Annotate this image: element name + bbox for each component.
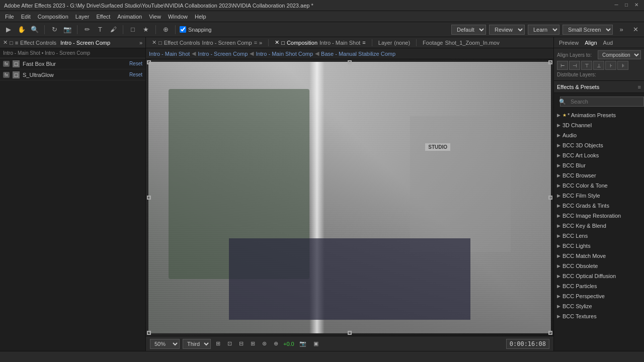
handle-top-mid[interactable] <box>348 60 352 64</box>
effect-category-audio[interactable]: ▶Audio <box>554 130 644 140</box>
toggle-render-icon[interactable]: ⊛ <box>260 339 269 348</box>
effect-category-bcc-lens[interactable]: ▶BCC Lens <box>554 231 644 241</box>
handle-mid-right[interactable] <box>548 196 552 200</box>
effect-reset-ultraglow[interactable]: Reset <box>129 72 142 77</box>
breadcrumb-item-4[interactable]: Base - Manual Stabilize Comp <box>321 51 395 57</box>
toolbar-separator-5 <box>175 25 176 34</box>
menu-composition[interactable]: Composition <box>35 13 71 21</box>
effect-reset-fastboxblur[interactable]: Reset <box>129 61 142 66</box>
toolbar-view-controls: Default Review Learn Small Screen » ✕ <box>451 24 641 35</box>
panel-tab-composition[interactable]: ✕ □ Composition Intro - Main Shot = <box>271 38 370 47</box>
effect-category-bcc-stylize[interactable]: ▶BCC Stylize <box>554 301 644 311</box>
effect-controls-breadcrumb: Intro - Main Shot • Intro - Screen Comp <box>0 48 145 58</box>
align-to-select[interactable]: Composition Selection Key <box>598 50 641 59</box>
effect-category-bcc-color-&-tone[interactable]: ▶BCC Color & Tone <box>554 180 644 191</box>
handle-top-right[interactable] <box>548 60 552 64</box>
color-picker-icon[interactable]: ⊕ <box>272 339 280 348</box>
tool-rotate[interactable]: ↻ <box>49 24 60 35</box>
snapshot-icon[interactable]: 📷 <box>297 339 308 348</box>
workspace-expand-button[interactable]: » <box>616 24 627 35</box>
effect-category-bcc-perspective[interactable]: ▶BCC Perspective <box>554 291 644 301</box>
align-center-v-button[interactable]: ⊦ <box>605 61 616 70</box>
maximize-button[interactable]: □ <box>623 2 630 9</box>
breadcrumb-arrow-3: ◀ <box>315 50 319 57</box>
timecode-display[interactable]: 0:00:16:08 <box>506 339 549 349</box>
view-default-select[interactable]: Default <box>451 25 486 35</box>
align-bottom-button[interactable]: ⊧ <box>617 61 628 70</box>
panel-expand-icon[interactable]: » <box>139 40 142 46</box>
close-workspace-button[interactable]: ✕ <box>630 24 641 35</box>
effect-category-bcc-blur[interactable]: ▶BCC Blur <box>554 160 644 170</box>
effect-category-bcc-optical-diffusion[interactable]: ▶BCC Optical Diffusion <box>554 271 644 281</box>
close-button[interactable]: ✕ <box>633 2 640 9</box>
tab-separator3 <box>416 39 417 46</box>
zoom-select[interactable]: 50% 25% 100% <box>150 339 180 349</box>
effect-category-bcc-match-move[interactable]: ▶BCC Match Move <box>554 251 644 261</box>
show-snapshot-icon[interactable]: ▣ <box>311 339 320 348</box>
tab-preview[interactable]: Preview <box>556 39 582 47</box>
breadcrumb-item-3[interactable]: Intro - Main Shot Comp <box>256 51 313 57</box>
handle-top-left[interactable] <box>147 60 151 64</box>
menu-animation[interactable]: Animation <box>114 13 145 21</box>
align-right-button[interactable]: ⊤ <box>581 61 592 70</box>
menu-edit[interactable]: Edit <box>18 13 34 21</box>
effects-search-input[interactable] <box>560 97 644 107</box>
effect-category-*-animation-presets[interactable]: ▶★* Animation Presets <box>554 110 644 120</box>
tool-pen[interactable]: ✏ <box>82 24 93 35</box>
effect-category-bcc-grads-&-tints[interactable]: ▶BCC Grads & Tints <box>554 201 644 211</box>
view-learn-select[interactable]: Learn <box>528 25 559 35</box>
tool-shape-star[interactable]: ★ <box>140 24 151 35</box>
effect-category-bcc-browser[interactable]: ▶BCC Browser <box>554 170 644 180</box>
view-smallscreen-select[interactable]: Small Screen <box>562 25 613 35</box>
breadcrumb-item-2[interactable]: Intro - Screen Comp <box>198 51 248 57</box>
tab-audio[interactable]: Aud <box>600 39 616 47</box>
menu-layer[interactable]: Layer <box>72 13 93 21</box>
toggle-guides-icon[interactable]: ⊡ <box>225 339 234 348</box>
effect-category-bcc-obsolete[interactable]: ▶BCC Obsolete <box>554 261 644 271</box>
tool-hand[interactable]: ✋ <box>16 24 27 35</box>
panel-tab-effectcontrols[interactable]: ✕ □ Effect Controls Intro - Screen Comp … <box>148 38 266 47</box>
panel-tab-footage[interactable]: Footage Shot_1_Zoom_In.mov <box>419 39 504 47</box>
effect-category-bcc-art-looks[interactable]: ▶BCC Art Looks <box>554 150 644 160</box>
panel-tab-layer[interactable]: Layer (none) <box>374 39 414 47</box>
tool-puppet[interactable]: ⊕ <box>160 24 171 35</box>
view-review-select[interactable]: Review <box>489 25 525 35</box>
menu-effect[interactable]: Effect <box>93 13 113 21</box>
minimize-button[interactable]: ─ <box>613 2 620 9</box>
tool-brush[interactable]: 🖌 <box>108 24 119 35</box>
handle-bottom-left[interactable] <box>147 331 151 335</box>
align-left-button[interactable]: ⊢ <box>557 61 568 70</box>
menu-file[interactable]: File <box>2 13 17 21</box>
toggle-mask-icon[interactable]: ⊞ <box>214 339 222 348</box>
tool-select[interactable]: ▶ <box>3 24 14 35</box>
toggle-grid-icon[interactable]: ⊟ <box>237 339 246 348</box>
tool-zoom[interactable]: 🔍 <box>29 24 40 35</box>
effect-category-bcc-key-&-blend[interactable]: ▶BCC Key & Blend <box>554 221 644 231</box>
effects-presets-menu[interactable]: ≡ <box>638 84 641 90</box>
comp-tab-close[interactable]: ✕ <box>275 39 279 46</box>
tool-camera[interactable]: 📷 <box>62 24 73 35</box>
snapping-checkbox[interactable] <box>180 26 186 33</box>
tool-shape-rect[interactable]: □ <box>127 24 138 35</box>
handle-bottom-mid[interactable] <box>348 331 352 335</box>
effect-category-bcc-film-style[interactable]: ▶BCC Film Style <box>554 191 644 201</box>
effect-category-bcc-lights[interactable]: ▶BCC Lights <box>554 241 644 251</box>
menu-help[interactable]: Help <box>192 13 209 21</box>
align-center-h-button[interactable]: ⊣ <box>569 61 580 70</box>
menu-view[interactable]: View <box>146 13 164 21</box>
align-top-button[interactable]: ⊥ <box>593 61 604 70</box>
toggle-rulers-icon[interactable]: ⊞ <box>249 339 257 348</box>
effect-category-bcc-3d-objects[interactable]: ▶BCC 3D Objects <box>554 140 644 150</box>
effect-category-bcc-textures[interactable]: ▶BCC Textures <box>554 311 644 321</box>
effect-category-3d-channel[interactable]: ▶3D Channel <box>554 120 644 130</box>
handle-mid-left[interactable] <box>147 196 151 200</box>
effect-category-bcc-image-restoration[interactable]: ▶BCC Image Restoration <box>554 211 644 221</box>
tool-text[interactable]: T <box>95 24 106 35</box>
view-third-select[interactable]: Third Non Full <box>183 339 211 349</box>
panel-close-icon[interactable]: ✕ <box>3 39 8 46</box>
menu-window[interactable]: Window <box>165 13 191 21</box>
tab-align[interactable]: Align <box>582 39 600 47</box>
handle-bottom-right[interactable] <box>548 331 552 335</box>
breadcrumb-item-1[interactable]: Intro - Main Shot <box>149 51 190 57</box>
effect-category-bcc-particles[interactable]: ▶BCC Particles <box>554 281 644 291</box>
